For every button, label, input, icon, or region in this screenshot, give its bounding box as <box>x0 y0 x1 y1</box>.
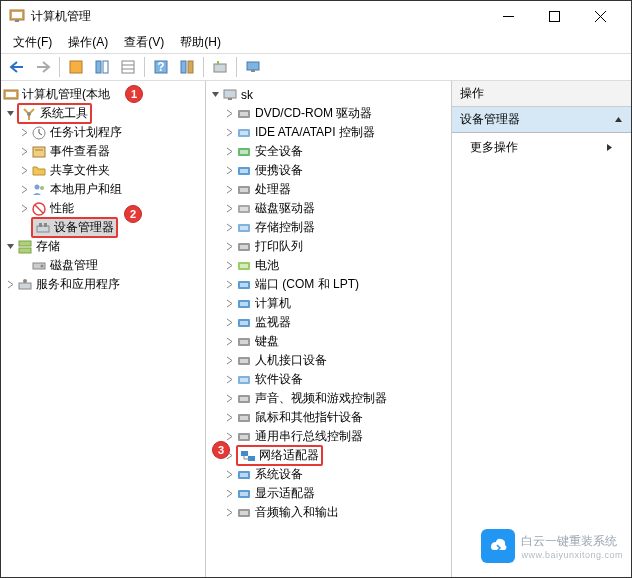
svg-rect-47 <box>240 150 248 154</box>
chevron-right-icon[interactable] <box>222 354 236 368</box>
tree-performance[interactable]: 性能 <box>3 199 203 218</box>
device-category[interactable]: 系统设备 <box>208 465 449 484</box>
chevron-right-icon[interactable] <box>17 145 31 159</box>
tool-properties[interactable] <box>64 56 88 78</box>
device-label: 网络适配器 <box>259 447 319 464</box>
close-button[interactable] <box>577 1 623 31</box>
svg-rect-20 <box>251 70 255 72</box>
chevron-right-icon[interactable] <box>17 183 31 197</box>
chevron-right-icon[interactable] <box>222 202 236 216</box>
chevron-right-icon[interactable] <box>3 278 17 292</box>
chevron-right-icon[interactable] <box>222 373 236 387</box>
svg-rect-69 <box>240 359 248 363</box>
device-category[interactable]: DVD/CD-ROM 驱动器 <box>208 104 449 123</box>
menu-file[interactable]: 文件(F) <box>7 32 58 53</box>
device-category[interactable]: 音频输入和输出 <box>208 503 449 522</box>
tree-services-apps[interactable]: 服务和应用程序 <box>3 275 203 294</box>
chevron-right-icon[interactable] <box>222 278 236 292</box>
chevron-right-icon[interactable] <box>222 316 236 330</box>
svg-rect-18 <box>217 61 219 65</box>
tree-disk-management[interactable]: 磁盘管理 <box>3 256 203 275</box>
tool-scan[interactable] <box>208 56 232 78</box>
chevron-right-icon[interactable] <box>222 107 236 121</box>
chevron-right-icon[interactable] <box>222 126 236 140</box>
chevron-right-icon[interactable] <box>222 487 236 501</box>
chevron-right-icon[interactable] <box>17 202 31 216</box>
device-category[interactable]: 便携设备 <box>208 161 449 180</box>
device-label: 打印队列 <box>255 238 303 255</box>
chevron-right-icon[interactable] <box>222 468 236 482</box>
device-category[interactable]: 处理器 <box>208 180 449 199</box>
device-category[interactable]: 监视器 <box>208 313 449 332</box>
back-button[interactable] <box>5 56 29 78</box>
clock-icon <box>31 125 47 141</box>
chevron-down-icon[interactable] <box>3 240 17 254</box>
device-category[interactable]: IDE ATA/ATAPI 控制器 <box>208 123 449 142</box>
device-category[interactable]: 声音、视频和游戏控制器 <box>208 389 449 408</box>
device-category[interactable]: 计算机 <box>208 294 449 313</box>
device-category[interactable]: 打印队列 <box>208 237 449 256</box>
svg-rect-10 <box>122 61 134 73</box>
tree-local-users[interactable]: 本地用户和组 <box>3 180 203 199</box>
tool-view1[interactable] <box>90 56 114 78</box>
device-category[interactable]: 网络适配器 <box>208 446 449 465</box>
chevron-right-icon[interactable] <box>222 240 236 254</box>
more-actions-link[interactable]: 更多操作 <box>452 133 631 162</box>
device-category[interactable]: 鼠标和其他指针设备 <box>208 408 449 427</box>
tree-system-tools[interactable]: 系统工具 <box>3 104 203 123</box>
tree-label: 性能 <box>50 200 74 217</box>
device-label: 音频输入和输出 <box>255 504 339 521</box>
device-category[interactable]: 存储控制器 <box>208 218 449 237</box>
tool-monitor[interactable] <box>241 56 265 78</box>
chevron-right-icon[interactable] <box>17 126 31 140</box>
device-category[interactable]: 通用串行总线控制器 <box>208 427 449 446</box>
chevron-right-icon[interactable] <box>222 392 236 406</box>
tree-event-viewer[interactable]: 事件查看器 <box>3 142 203 161</box>
hid-icon <box>236 353 252 369</box>
chevron-right-icon[interactable] <box>222 221 236 235</box>
device-category[interactable]: 键盘 <box>208 332 449 351</box>
tree-shared-folders[interactable]: 共享文件夹 <box>3 161 203 180</box>
device-category[interactable]: 磁盘驱动器 <box>208 199 449 218</box>
svg-rect-8 <box>96 61 101 73</box>
minimize-button[interactable] <box>485 1 531 31</box>
maximize-button[interactable] <box>531 1 577 31</box>
tool-view3[interactable] <box>175 56 199 78</box>
tree-label: 磁盘管理 <box>50 257 98 274</box>
menu-action[interactable]: 操作(A) <box>62 32 114 53</box>
chevron-right-icon[interactable] <box>17 164 31 178</box>
tool-view2[interactable] <box>116 56 140 78</box>
tool-help[interactable]: ? <box>149 56 173 78</box>
actions-section[interactable]: 设备管理器 <box>452 107 631 133</box>
chevron-down-icon[interactable] <box>3 107 17 121</box>
tree-task-scheduler[interactable]: 任务计划程序 <box>3 123 203 142</box>
tree-root[interactable]: 计算机管理(本地 <box>3 85 203 104</box>
menu-help[interactable]: 帮助(H) <box>174 32 227 53</box>
chevron-down-icon[interactable] <box>208 88 222 102</box>
forward-button[interactable] <box>31 56 55 78</box>
device-category[interactable]: 端口 (COM 和 LPT) <box>208 275 449 294</box>
device-category[interactable]: 安全设备 <box>208 142 449 161</box>
device-category[interactable]: 显示适配器 <box>208 484 449 503</box>
device-category[interactable]: 软件设备 <box>208 370 449 389</box>
chevron-right-icon[interactable] <box>222 411 236 425</box>
device-label: 处理器 <box>255 181 291 198</box>
tree-storage[interactable]: 存储 <box>3 237 203 256</box>
chevron-right-icon[interactable] <box>222 164 236 178</box>
chevron-right-icon[interactable] <box>222 335 236 349</box>
svg-rect-43 <box>240 112 248 116</box>
device-root[interactable]: sk <box>208 85 449 104</box>
chevron-right-icon[interactable] <box>222 183 236 197</box>
device-category[interactable]: 人机接口设备 <box>208 351 449 370</box>
chevron-right-icon[interactable] <box>222 297 236 311</box>
tree-device-manager[interactable]: 设备管理器 <box>3 218 203 237</box>
chevron-right-icon[interactable] <box>222 145 236 159</box>
device-category[interactable]: 电池 <box>208 256 449 275</box>
svg-point-37 <box>41 264 44 267</box>
svg-rect-49 <box>240 169 248 173</box>
performance-icon <box>31 201 47 217</box>
content-area: 1 2 计算机管理(本地 系统工具 任务计划程序 <box>1 81 631 577</box>
chevron-right-icon[interactable] <box>222 506 236 520</box>
menu-view[interactable]: 查看(V) <box>118 32 170 53</box>
chevron-right-icon[interactable] <box>222 259 236 273</box>
